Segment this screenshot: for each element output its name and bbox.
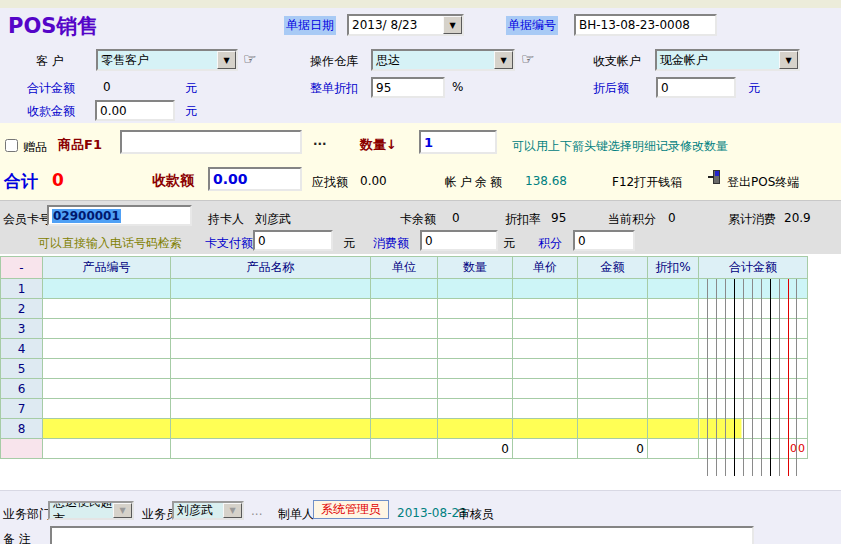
- finger-select-icon[interactable]: ☞: [521, 50, 534, 68]
- grid-cell[interactable]: [699, 359, 808, 379]
- grid-cell[interactable]: [438, 419, 513, 439]
- grid-cell[interactable]: [578, 379, 648, 399]
- grid-cell[interactable]: [438, 359, 513, 379]
- grid-cell[interactable]: [513, 359, 578, 379]
- account-combo[interactable]: 现金帐户 ▼: [655, 49, 800, 71]
- grid-cell[interactable]: [371, 399, 438, 419]
- open-cashbox-button[interactable]: F12打开钱箱: [612, 174, 682, 191]
- chevron-down-icon[interactable]: ▼: [494, 51, 513, 69]
- remark-input[interactable]: [50, 526, 754, 544]
- grid-cell[interactable]: [513, 399, 578, 419]
- grid-row-number[interactable]: 2: [1, 299, 43, 319]
- grid-cell[interactable]: [171, 379, 371, 399]
- grid-cell[interactable]: [699, 379, 808, 399]
- grid-cell[interactable]: [699, 419, 808, 439]
- discounted-amount-input[interactable]: 0: [656, 77, 736, 98]
- grid-cell[interactable]: [438, 379, 513, 399]
- points-input[interactable]: 0: [573, 230, 635, 251]
- dept-combo[interactable]: 思达便民超市 ▼: [48, 501, 134, 520]
- grid-cell[interactable]: [699, 299, 808, 319]
- grid-cell[interactable]: [513, 379, 578, 399]
- grid-cell[interactable]: [438, 339, 513, 359]
- grid-cell[interactable]: [43, 339, 171, 359]
- grid-cell[interactable]: [648, 359, 699, 379]
- clerk-combo[interactable]: 刘彦武 ▼: [172, 501, 244, 520]
- quantity-input[interactable]: 1: [419, 130, 497, 154]
- warehouse-combo[interactable]: 思达 ▼: [371, 49, 515, 71]
- grid-cell[interactable]: [171, 319, 371, 339]
- grid-cell[interactable]: [371, 419, 438, 439]
- grid-cell[interactable]: [371, 279, 438, 299]
- grid-row-number[interactable]: 8: [1, 419, 43, 439]
- grid-cell[interactable]: [578, 319, 648, 339]
- grid-cell[interactable]: [648, 399, 699, 419]
- grid-cell[interactable]: [648, 339, 699, 359]
- grid-cell[interactable]: [43, 399, 171, 419]
- grid-cell[interactable]: [513, 319, 578, 339]
- gift-checkbox[interactable]: [5, 139, 18, 152]
- grid-cell[interactable]: [371, 319, 438, 339]
- product-browse-button[interactable]: ...: [313, 134, 327, 148]
- grid-cell[interactable]: [648, 279, 699, 299]
- finger-select-icon[interactable]: ☞: [243, 50, 256, 68]
- grid-cell[interactable]: [438, 399, 513, 419]
- grid-cell[interactable]: [513, 339, 578, 359]
- grid-row-number[interactable]: 1: [1, 279, 43, 299]
- grid-row-number[interactable]: 4: [1, 339, 43, 359]
- card-pay-input[interactable]: 0: [253, 230, 333, 251]
- chevron-down-icon[interactable]: ▼: [217, 51, 236, 69]
- grid-cell[interactable]: [43, 379, 171, 399]
- grid-cell[interactable]: [43, 299, 171, 319]
- grid-cell[interactable]: [648, 379, 699, 399]
- grid-cell[interactable]: [438, 299, 513, 319]
- grid-cell[interactable]: [699, 279, 808, 299]
- grid-cell[interactable]: [438, 279, 513, 299]
- grid-row-number[interactable]: 3: [1, 319, 43, 339]
- grid-cell[interactable]: [43, 279, 171, 299]
- grid-cell[interactable]: [43, 419, 171, 439]
- grid-cell[interactable]: [513, 419, 578, 439]
- grid-cell[interactable]: [171, 339, 371, 359]
- grid-cell[interactable]: [578, 339, 648, 359]
- grid-cell[interactable]: [171, 399, 371, 419]
- grid-cell[interactable]: [578, 399, 648, 419]
- grid-cell[interactable]: [699, 399, 808, 419]
- grid-cell[interactable]: [171, 279, 371, 299]
- logout-icon[interactable]: [708, 170, 721, 184]
- grid-cell[interactable]: [699, 319, 808, 339]
- grid-cell[interactable]: [171, 419, 371, 439]
- grid-row-number[interactable]: 6: [1, 379, 43, 399]
- logout-pos-button[interactable]: 登出POS终端: [727, 174, 799, 191]
- grid-cell[interactable]: [578, 419, 648, 439]
- member-card-input[interactable]: 02900001: [47, 205, 192, 226]
- grid-cell[interactable]: [513, 279, 578, 299]
- grid-cell[interactable]: [371, 299, 438, 319]
- grid-cell[interactable]: [371, 339, 438, 359]
- chevron-down-icon[interactable]: ▼: [443, 16, 462, 34]
- grid-cell[interactable]: [648, 419, 699, 439]
- grid-cell[interactable]: [371, 359, 438, 379]
- grid-cell[interactable]: [513, 299, 578, 319]
- product-input[interactable]: [120, 130, 302, 154]
- chevron-down-icon[interactable]: ▼: [779, 51, 798, 69]
- grid-cell[interactable]: [699, 339, 808, 359]
- grid-cell[interactable]: [578, 279, 648, 299]
- grid-cell[interactable]: [43, 319, 171, 339]
- payment-amount-input[interactable]: 0.00: [95, 100, 175, 121]
- grid-cell[interactable]: [171, 299, 371, 319]
- grid-cell[interactable]: [438, 319, 513, 339]
- grid-cell[interactable]: [171, 359, 371, 379]
- grid-cell[interactable]: [371, 379, 438, 399]
- grid-cell[interactable]: [648, 299, 699, 319]
- grid-cell[interactable]: [43, 359, 171, 379]
- customer-combo[interactable]: 零售客户 ▼: [96, 49, 238, 71]
- grid-cell[interactable]: [648, 319, 699, 339]
- order-discount-input[interactable]: 95: [371, 77, 445, 98]
- received-input[interactable]: 0.00: [208, 167, 302, 191]
- grid-cell[interactable]: [578, 299, 648, 319]
- grid-row-number[interactable]: 5: [1, 359, 43, 379]
- grid-cell[interactable]: [578, 359, 648, 379]
- doc-no-input[interactable]: BH-13-08-23-0008: [574, 14, 717, 36]
- doc-date-combo[interactable]: 2013/ 8/23 ▼: [347, 14, 464, 36]
- consume-input[interactable]: 0: [420, 230, 498, 251]
